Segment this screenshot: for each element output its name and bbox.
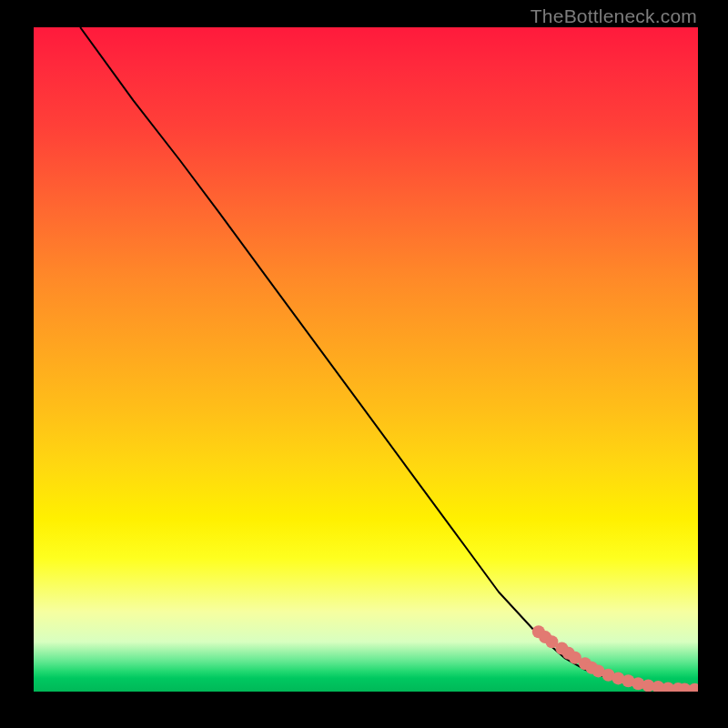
plot-area xyxy=(34,27,698,692)
attribution-label: TheBottleneck.com xyxy=(531,5,697,27)
chart-overlay xyxy=(34,27,698,692)
chart-frame: TheBottleneck.com xyxy=(0,0,728,728)
marker-group xyxy=(532,625,698,692)
curve-line xyxy=(80,27,694,690)
data-point xyxy=(688,683,698,692)
